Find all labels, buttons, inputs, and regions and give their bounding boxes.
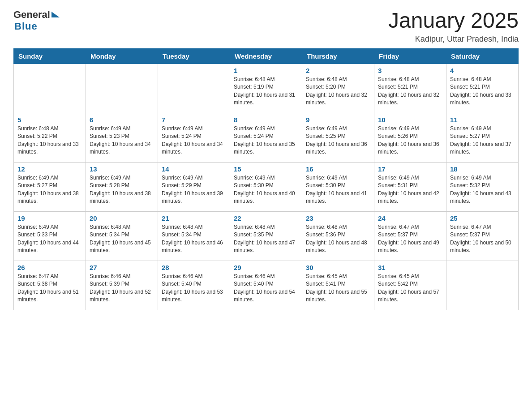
day-number: 7 (162, 116, 226, 124)
logo: General Blue (13, 9, 60, 32)
day-number: 30 (306, 264, 370, 271)
calendar-cell: 7Sunrise: 6:49 AMSunset: 5:24 PMDaylight… (158, 113, 230, 162)
day-info: Sunrise: 6:49 AMSunset: 5:27 PMDaylight:… (17, 174, 82, 206)
day-info: Sunrise: 6:49 AMSunset: 5:27 PMDaylight:… (450, 125, 515, 156)
day-number: 29 (234, 264, 298, 271)
day-info: Sunrise: 6:46 AMSunset: 5:40 PMDaylight:… (162, 273, 226, 304)
day-number: 26 (17, 264, 82, 271)
calendar-week-3: 12Sunrise: 6:49 AMSunset: 5:27 PMDayligh… (14, 162, 519, 211)
calendar-cell: 10Sunrise: 6:49 AMSunset: 5:26 PMDayligh… (374, 113, 446, 162)
day-number: 2 (306, 67, 370, 74)
day-number: 24 (378, 214, 442, 222)
day-number: 28 (162, 264, 226, 271)
calendar-cell: 19Sunrise: 6:49 AMSunset: 5:33 PMDayligh… (14, 211, 86, 261)
calendar-cell (86, 64, 158, 113)
calendar-week-1: 1Sunrise: 6:48 AMSunset: 5:19 PMDaylight… (14, 64, 519, 113)
day-number: 13 (90, 165, 154, 173)
calendar-cell: 21Sunrise: 6:48 AMSunset: 5:34 PMDayligh… (158, 211, 230, 261)
logo-triangle-icon (51, 12, 60, 17)
day-number: 9 (306, 116, 370, 124)
calendar-cell: 13Sunrise: 6:49 AMSunset: 5:28 PMDayligh… (86, 162, 158, 211)
calendar-body: 1Sunrise: 6:48 AMSunset: 5:19 PMDaylight… (14, 64, 519, 310)
calendar-cell: 22Sunrise: 6:48 AMSunset: 5:35 PMDayligh… (230, 211, 302, 261)
day-number: 4 (450, 67, 515, 74)
day-number: 10 (378, 116, 442, 124)
calendar-cell: 9Sunrise: 6:49 AMSunset: 5:25 PMDaylight… (302, 113, 374, 162)
calendar-table: SundayMondayTuesdayWednesdayThursdayFrid… (13, 48, 519, 310)
calendar-cell: 17Sunrise: 6:49 AMSunset: 5:31 PMDayligh… (374, 162, 446, 211)
calendar-cell: 25Sunrise: 6:47 AMSunset: 5:37 PMDayligh… (446, 211, 519, 261)
calendar-cell: 15Sunrise: 6:49 AMSunset: 5:30 PMDayligh… (230, 162, 302, 211)
calendar-cell: 12Sunrise: 6:49 AMSunset: 5:27 PMDayligh… (14, 162, 86, 211)
day-number: 20 (90, 214, 154, 222)
day-info: Sunrise: 6:49 AMSunset: 5:24 PMDaylight:… (234, 125, 298, 156)
calendar-cell: 16Sunrise: 6:49 AMSunset: 5:30 PMDayligh… (302, 162, 374, 211)
day-info: Sunrise: 6:49 AMSunset: 5:24 PMDaylight:… (162, 125, 226, 156)
calendar-week-2: 5Sunrise: 6:48 AMSunset: 5:22 PMDaylight… (14, 113, 519, 162)
day-info: Sunrise: 6:48 AMSunset: 5:36 PMDaylight:… (306, 223, 370, 255)
day-info: Sunrise: 6:48 AMSunset: 5:20 PMDaylight:… (306, 76, 370, 107)
calendar-cell: 31Sunrise: 6:45 AMSunset: 5:42 PMDayligh… (374, 261, 446, 310)
weekday-header-wednesday: Wednesday (230, 48, 302, 64)
day-number: 8 (234, 116, 298, 124)
day-info: Sunrise: 6:49 AMSunset: 5:29 PMDaylight:… (162, 174, 226, 206)
calendar-cell: 6Sunrise: 6:49 AMSunset: 5:23 PMDaylight… (86, 113, 158, 162)
calendar-subtitle: Kadipur, Uttar Pradesh, India (388, 34, 519, 44)
weekday-header-row: SundayMondayTuesdayWednesdayThursdayFrid… (14, 48, 519, 64)
day-info: Sunrise: 6:49 AMSunset: 5:32 PMDaylight:… (450, 174, 515, 206)
logo-blue-text: Blue (14, 21, 38, 32)
day-number: 3 (378, 67, 442, 74)
calendar-header: SundayMondayTuesdayWednesdayThursdayFrid… (14, 48, 519, 64)
day-info: Sunrise: 6:48 AMSunset: 5:19 PMDaylight:… (234, 76, 298, 107)
calendar-cell: 18Sunrise: 6:49 AMSunset: 5:32 PMDayligh… (446, 162, 519, 211)
day-info: Sunrise: 6:47 AMSunset: 5:37 PMDaylight:… (450, 223, 515, 255)
calendar-title: January 2025 (388, 9, 519, 33)
day-number: 27 (90, 264, 154, 271)
day-number: 22 (234, 214, 298, 222)
day-info: Sunrise: 6:49 AMSunset: 5:31 PMDaylight:… (378, 174, 442, 206)
day-info: Sunrise: 6:45 AMSunset: 5:41 PMDaylight:… (306, 273, 370, 304)
weekday-header-saturday: Saturday (446, 48, 519, 64)
day-number: 16 (306, 165, 370, 173)
weekday-header-sunday: Sunday (14, 48, 86, 64)
title-block: January 2025 Kadipur, Uttar Pradesh, Ind… (388, 9, 519, 44)
calendar-week-4: 19Sunrise: 6:49 AMSunset: 5:33 PMDayligh… (14, 211, 519, 261)
calendar-cell: 30Sunrise: 6:45 AMSunset: 5:41 PMDayligh… (302, 261, 374, 310)
day-info: Sunrise: 6:49 AMSunset: 5:26 PMDaylight:… (378, 125, 442, 156)
day-number: 31 (378, 264, 442, 271)
day-info: Sunrise: 6:45 AMSunset: 5:42 PMDaylight:… (378, 273, 442, 304)
calendar-cell: 23Sunrise: 6:48 AMSunset: 5:36 PMDayligh… (302, 211, 374, 261)
day-info: Sunrise: 6:48 AMSunset: 5:21 PMDaylight:… (450, 76, 515, 107)
day-info: Sunrise: 6:49 AMSunset: 5:30 PMDaylight:… (306, 174, 370, 206)
day-info: Sunrise: 6:47 AMSunset: 5:37 PMDaylight:… (378, 223, 442, 255)
day-number: 5 (17, 116, 82, 124)
day-info: Sunrise: 6:48 AMSunset: 5:22 PMDaylight:… (17, 125, 82, 156)
day-number: 25 (450, 214, 515, 222)
day-number: 19 (17, 214, 82, 222)
day-info: Sunrise: 6:46 AMSunset: 5:39 PMDaylight:… (90, 273, 154, 304)
day-info: Sunrise: 6:49 AMSunset: 5:30 PMDaylight:… (234, 174, 298, 206)
day-number: 11 (450, 116, 515, 124)
day-info: Sunrise: 6:49 AMSunset: 5:25 PMDaylight:… (306, 125, 370, 156)
day-number: 21 (162, 214, 226, 222)
weekday-header-tuesday: Tuesday (158, 48, 230, 64)
day-number: 1 (234, 67, 298, 74)
calendar-cell (158, 64, 230, 113)
calendar-cell: 27Sunrise: 6:46 AMSunset: 5:39 PMDayligh… (86, 261, 158, 310)
calendar-cell: 20Sunrise: 6:48 AMSunset: 5:34 PMDayligh… (86, 211, 158, 261)
day-info: Sunrise: 6:48 AMSunset: 5:34 PMDaylight:… (162, 223, 226, 255)
day-info: Sunrise: 6:49 AMSunset: 5:23 PMDaylight:… (90, 125, 154, 156)
weekday-header-thursday: Thursday (302, 48, 374, 64)
day-number: 17 (378, 165, 442, 173)
day-info: Sunrise: 6:48 AMSunset: 5:21 PMDaylight:… (378, 76, 442, 107)
calendar-cell: 5Sunrise: 6:48 AMSunset: 5:22 PMDaylight… (14, 113, 86, 162)
calendar-week-5: 26Sunrise: 6:47 AMSunset: 5:38 PMDayligh… (14, 261, 519, 310)
calendar-cell: 29Sunrise: 6:46 AMSunset: 5:40 PMDayligh… (230, 261, 302, 310)
day-info: Sunrise: 6:46 AMSunset: 5:40 PMDaylight:… (234, 273, 298, 304)
weekday-header-monday: Monday (86, 48, 158, 64)
calendar-cell: 14Sunrise: 6:49 AMSunset: 5:29 PMDayligh… (158, 162, 230, 211)
day-number: 6 (90, 116, 154, 124)
day-info: Sunrise: 6:49 AMSunset: 5:28 PMDaylight:… (90, 174, 154, 206)
day-number: 12 (17, 165, 82, 173)
day-info: Sunrise: 6:48 AMSunset: 5:34 PMDaylight:… (90, 223, 154, 255)
